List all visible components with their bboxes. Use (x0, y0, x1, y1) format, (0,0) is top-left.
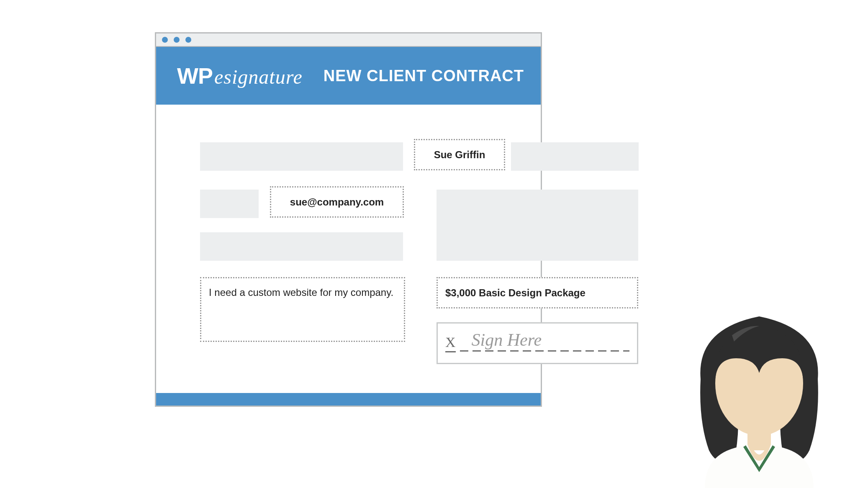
placeholder-block (437, 190, 638, 261)
project-description-value: I need a custom website for my company. (209, 286, 393, 299)
client-name-value: Sue Griffin (434, 149, 485, 161)
window-titlebar (156, 33, 541, 47)
client-email-value: sue@company.com (290, 196, 384, 208)
user-avatar (675, 295, 843, 488)
signature-mark: X (445, 334, 456, 352)
client-email-field[interactable]: sue@company.com (270, 186, 404, 218)
app-logo: WP esignature (177, 63, 303, 89)
page-title: NEW CLIENT CONTRACT (324, 67, 524, 85)
signature-field[interactable]: X Sign Here (437, 322, 638, 364)
contract-form: Sue Griffin sue@company.com I need a cus… (156, 105, 541, 393)
app-footer (156, 393, 541, 406)
package-field[interactable]: $3,000 Basic Design Package (437, 277, 638, 308)
signature-underline (460, 350, 629, 352)
browser-window: WP esignature NEW CLIENT CONTRACT Sue Gr… (155, 32, 542, 407)
package-value: $3,000 Basic Design Package (445, 287, 586, 299)
placeholder-block (200, 232, 403, 261)
signature-line: Sign Here (460, 335, 629, 352)
client-name-field[interactable]: Sue Griffin (414, 139, 505, 170)
logo-prefix: WP (177, 63, 213, 89)
logo-script: esignature (214, 65, 303, 88)
window-control-zoom[interactable] (185, 37, 191, 43)
project-description-field[interactable]: I need a custom website for my company. (200, 277, 405, 342)
signature-placeholder: Sign Here (472, 330, 542, 350)
placeholder-block (200, 190, 259, 218)
placeholder-block (200, 142, 403, 171)
placeholder-block (511, 142, 639, 171)
app-header: WP esignature NEW CLIENT CONTRACT (156, 47, 541, 105)
window-control-minimize[interactable] (174, 37, 180, 43)
window-control-close[interactable] (162, 37, 168, 43)
